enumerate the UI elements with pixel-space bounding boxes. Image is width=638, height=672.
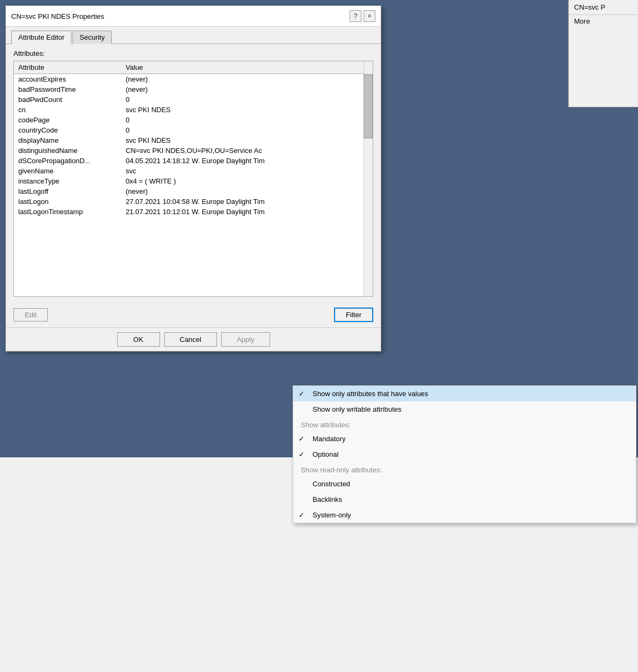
table-row[interactable]: cnsvc PKI NDES: [14, 105, 364, 115]
attr-name: badPwdCount: [14, 94, 121, 105]
attr-value: 27.07.2021 10:04:58 W. Europe Daylight T…: [121, 196, 364, 207]
filter-item-label: Backlinks: [313, 495, 342, 503]
scroll-right-arrow[interactable]: ▶: [95, 297, 104, 297]
attr-value: 0: [121, 94, 364, 105]
col-header-value: Value: [121, 61, 364, 74]
attr-value: (never): [121, 186, 364, 196]
vertical-scrollbar[interactable]: [364, 61, 373, 296]
attributes-table: Attribute Value accountExpires(never)bad…: [14, 61, 364, 217]
attr-name: lastLogon: [14, 196, 121, 207]
scroll-left-arrow[interactable]: ◀: [14, 297, 23, 297]
table-row[interactable]: codePage0: [14, 115, 364, 125]
filter-item-label: Constructed: [313, 480, 350, 488]
attr-name: accountExpires: [14, 74, 121, 85]
tab-attribute-editor[interactable]: Attribute Editor: [11, 31, 71, 44]
filter-menu-item[interactable]: Constructed: [293, 476, 636, 492]
edit-button[interactable]: Edit: [13, 308, 48, 322]
attr-name: instanceType: [14, 176, 121, 186]
filter-menu-item[interactable]: ✓System-only: [293, 507, 636, 523]
cancel-button[interactable]: Cancel: [164, 332, 217, 347]
filter-menu-item[interactable]: ✓Optional: [293, 447, 636, 462]
titlebar-buttons: ? ×: [350, 10, 375, 22]
bg-window-more: More: [569, 15, 638, 27]
filter-dropdown: ✓Show only attributes that have valuesSh…: [293, 385, 636, 523]
table-row[interactable]: badPasswordTime(never): [14, 84, 364, 94]
attr-value: 04.05.2021 14:18:12 W. Europe Daylight T…: [121, 156, 364, 166]
col-header-attribute: Attribute: [14, 61, 121, 74]
attr-value: 0x4 = ( WRITE ): [121, 176, 364, 186]
attr-value: svc PKI NDES: [121, 135, 364, 145]
table-row[interactable]: instanceType0x4 = ( WRITE ): [14, 176, 364, 186]
scrollbar-thumb[interactable]: [364, 74, 373, 138]
filter-item-label: Show only writable attributes: [313, 405, 401, 413]
attributes-table-container: Attribute Value accountExpires(never)bad…: [13, 61, 373, 297]
attr-name: lastLogonTimestamp: [14, 207, 121, 217]
attr-name: distinguishedName: [14, 145, 121, 156]
table-row[interactable]: badPwdCount0: [14, 94, 364, 105]
checkmark-icon: ✓: [299, 390, 305, 398]
attr-name: countryCode: [14, 125, 121, 135]
tab-security[interactable]: Security: [73, 31, 112, 44]
attr-value: svc PKI NDES: [121, 105, 364, 115]
attr-value: 0: [121, 125, 364, 135]
attr-value: 21.07.2021 10:12:01 W. Europe Daylight T…: [121, 207, 364, 217]
filter-menu-item[interactable]: ✓Show only attributes that have values: [293, 386, 636, 401]
attr-name: lastLogoff: [14, 186, 121, 196]
dialog-content: Attributes: Attribute Value accountExpir…: [6, 43, 381, 302]
attr-name: codePage: [14, 115, 121, 125]
filter-item-label: Show only attributes that have values: [313, 390, 428, 398]
filter-section-label: Show read-only attributes:: [293, 462, 636, 476]
close-button[interactable]: ×: [364, 10, 375, 22]
horizontal-scrollbar[interactable]: ◀ ▶: [14, 296, 373, 297]
table-row[interactable]: displayNamesvc PKI NDES: [14, 135, 364, 145]
tab-bar: Attribute Editor Security: [6, 27, 381, 43]
attr-value: (never): [121, 84, 364, 94]
table-row[interactable]: lastLogonTimestamp21.07.2021 10:12:01 W.…: [14, 207, 364, 217]
edit-filter-row: Edit Filter: [6, 302, 381, 327]
table-row[interactable]: lastLogon27.07.2021 10:04:58 W. Europe D…: [14, 196, 364, 207]
help-button[interactable]: ?: [350, 10, 361, 22]
filter-item-label: Optional: [313, 450, 338, 458]
checkmark-icon: ✓: [299, 450, 305, 458]
properties-dialog: CN=svc PKI NDES Properties ? × Attribute…: [5, 5, 381, 352]
dialog-footer: OK Cancel Apply: [6, 327, 381, 351]
dialog-titlebar: CN=svc PKI NDES Properties ? ×: [6, 6, 381, 27]
table-row[interactable]: distinguishedNameCN=svc PKI NDES,OU=PKI,…: [14, 145, 364, 156]
filter-button[interactable]: Filter: [334, 308, 373, 322]
attr-name: badPasswordTime: [14, 84, 121, 94]
filter-item-label: Mandatory: [313, 435, 345, 443]
checkmark-icon: ✓: [299, 435, 305, 443]
filter-menu-item[interactable]: Backlinks: [293, 492, 636, 507]
attr-value: svc: [121, 166, 364, 176]
attr-name: cn: [14, 105, 121, 115]
attr-value: CN=svc PKI NDES,OU=PKI,OU=Service Ac: [121, 145, 364, 156]
filter-item-label: System-only: [313, 511, 351, 519]
bg-window-title: CN=svc P: [569, 0, 638, 15]
attr-name: dSCorePropagationD...: [14, 156, 121, 166]
filter-section-label: Show attributes:: [293, 417, 636, 431]
table-row[interactable]: givenNamesvc: [14, 166, 364, 176]
ok-button[interactable]: OK: [117, 332, 160, 347]
table-row[interactable]: accountExpires(never): [14, 74, 364, 85]
checkmark-icon: ✓: [299, 511, 305, 519]
dialog-title: CN=svc PKI NDES Properties: [11, 12, 104, 20]
attr-value: (never): [121, 74, 364, 85]
filter-menu-item[interactable]: Show only writable attributes: [293, 401, 636, 417]
apply-button[interactable]: Apply: [221, 332, 270, 347]
attributes-label: Attributes:: [13, 49, 373, 57]
attr-name: givenName: [14, 166, 121, 176]
attr-value: 0: [121, 115, 364, 125]
table-row[interactable]: countryCode0: [14, 125, 364, 135]
filter-menu-item[interactable]: ✓Mandatory: [293, 431, 636, 447]
background-window: CN=svc P More: [568, 0, 638, 107]
table-row[interactable]: lastLogoff(never): [14, 186, 364, 196]
attr-name: displayName: [14, 135, 121, 145]
table-row[interactable]: dSCorePropagationD...04.05.2021 14:18:12…: [14, 156, 364, 166]
